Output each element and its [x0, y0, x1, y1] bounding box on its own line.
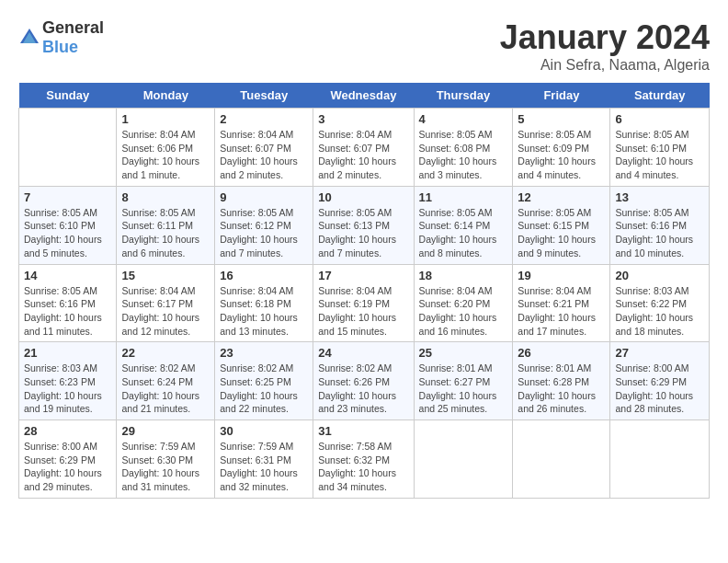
day-number: 19 [518, 269, 605, 282]
day-cell: 4Sunrise: 8:05 AM Sunset: 6:08 PM Daylig… [414, 109, 513, 187]
day-info: Sunrise: 8:05 AM Sunset: 6:16 PM Dayligh… [615, 206, 704, 260]
col-header-saturday: Saturday [610, 83, 710, 109]
day-number: 24 [318, 346, 408, 360]
day-number: 7 [24, 190, 111, 204]
day-cell: 28Sunrise: 8:00 AM Sunset: 6:29 PM Dayli… [19, 420, 117, 499]
week-row-2: 7Sunrise: 8:05 AM Sunset: 6:10 PM Daylig… [19, 186, 710, 264]
day-info: Sunrise: 7:59 AM Sunset: 6:31 PM Dayligh… [220, 440, 308, 494]
day-cell: 22Sunrise: 8:02 AM Sunset: 6:24 PM Dayli… [117, 342, 215, 420]
day-number: 30 [220, 424, 308, 438]
day-info: Sunrise: 8:05 AM Sunset: 6:15 PM Dayligh… [518, 206, 605, 260]
day-info: Sunrise: 8:04 AM Sunset: 6:20 PM Dayligh… [419, 284, 508, 339]
day-info: Sunrise: 8:03 AM Sunset: 6:22 PM Dayligh… [615, 284, 704, 339]
day-number: 28 [24, 424, 111, 438]
day-cell: 11Sunrise: 8:05 AM Sunset: 6:14 PM Dayli… [414, 186, 513, 264]
day-cell: 1Sunrise: 8:04 AM Sunset: 6:06 PM Daylig… [117, 109, 215, 187]
day-cell: 29Sunrise: 7:59 AM Sunset: 6:30 PM Dayli… [117, 420, 215, 499]
day-cell: 3Sunrise: 8:04 AM Sunset: 6:07 PM Daylig… [313, 109, 414, 187]
day-cell: 27Sunrise: 8:00 AM Sunset: 6:29 PM Dayli… [610, 342, 710, 420]
day-cell [610, 420, 710, 499]
day-info: Sunrise: 8:05 AM Sunset: 6:10 PM Dayligh… [24, 206, 111, 260]
day-number: 17 [318, 269, 408, 282]
day-number: 10 [318, 190, 408, 204]
day-cell: 5Sunrise: 8:05 AM Sunset: 6:09 PM Daylig… [513, 109, 610, 187]
calendar-title: January 2024 [500, 18, 710, 57]
day-info: Sunrise: 8:04 AM Sunset: 6:21 PM Dayligh… [518, 284, 605, 339]
day-info: Sunrise: 8:05 AM Sunset: 6:11 PM Dayligh… [121, 206, 210, 260]
day-number: 14 [24, 269, 111, 282]
day-cell: 17Sunrise: 8:04 AM Sunset: 6:19 PM Dayli… [313, 264, 414, 342]
day-info: Sunrise: 8:04 AM Sunset: 6:06 PM Dayligh… [121, 128, 210, 182]
day-info: Sunrise: 8:03 AM Sunset: 6:23 PM Dayligh… [24, 362, 111, 416]
day-cell: 12Sunrise: 8:05 AM Sunset: 6:15 PM Dayli… [513, 186, 610, 264]
week-row-4: 21Sunrise: 8:03 AM Sunset: 6:23 PM Dayli… [19, 342, 710, 420]
day-cell: 10Sunrise: 8:05 AM Sunset: 6:13 PM Dayli… [313, 186, 414, 264]
day-number: 27 [615, 346, 704, 360]
header: General Blue January 2024 Ain Sefra, Naa… [18, 18, 710, 74]
day-cell: 20Sunrise: 8:03 AM Sunset: 6:22 PM Dayli… [610, 264, 710, 342]
week-row-5: 28Sunrise: 8:00 AM Sunset: 6:29 PM Dayli… [19, 420, 710, 499]
day-number: 11 [419, 190, 508, 204]
day-info: Sunrise: 8:04 AM Sunset: 6:07 PM Dayligh… [318, 128, 408, 182]
day-number: 6 [615, 112, 704, 126]
day-cell: 6Sunrise: 8:05 AM Sunset: 6:10 PM Daylig… [610, 109, 710, 187]
day-number: 9 [220, 190, 308, 204]
day-number: 16 [220, 269, 308, 282]
day-cell: 19Sunrise: 8:04 AM Sunset: 6:21 PM Dayli… [513, 264, 610, 342]
day-cell: 9Sunrise: 8:05 AM Sunset: 6:12 PM Daylig… [215, 186, 313, 264]
day-info: Sunrise: 8:05 AM Sunset: 6:13 PM Dayligh… [318, 206, 408, 260]
day-number: 23 [220, 346, 308, 360]
day-cell: 14Sunrise: 8:05 AM Sunset: 6:16 PM Dayli… [19, 264, 117, 342]
day-number: 5 [518, 112, 605, 126]
day-info: Sunrise: 8:02 AM Sunset: 6:25 PM Dayligh… [220, 362, 308, 416]
day-number: 2 [220, 112, 308, 126]
day-number: 22 [121, 346, 210, 360]
day-cell: 7Sunrise: 8:05 AM Sunset: 6:10 PM Daylig… [19, 186, 117, 264]
day-info: Sunrise: 8:04 AM Sunset: 6:17 PM Dayligh… [121, 284, 210, 339]
day-cell: 31Sunrise: 7:58 AM Sunset: 6:32 PM Dayli… [313, 420, 414, 499]
week-row-3: 14Sunrise: 8:05 AM Sunset: 6:16 PM Dayli… [19, 264, 710, 342]
calendar-subtitle: Ain Sefra, Naama, Algeria [500, 57, 710, 74]
day-cell: 16Sunrise: 8:04 AM Sunset: 6:18 PM Dayli… [215, 264, 313, 342]
day-number: 8 [121, 190, 210, 204]
col-header-friday: Friday [513, 83, 610, 109]
day-number: 13 [615, 190, 704, 204]
day-cell: 23Sunrise: 8:02 AM Sunset: 6:25 PM Dayli… [215, 342, 313, 420]
day-info: Sunrise: 8:05 AM Sunset: 6:16 PM Dayligh… [24, 284, 111, 339]
day-info: Sunrise: 8:02 AM Sunset: 6:24 PM Dayligh… [121, 362, 210, 416]
day-info: Sunrise: 8:01 AM Sunset: 6:27 PM Dayligh… [419, 362, 508, 416]
day-cell: 2Sunrise: 8:04 AM Sunset: 6:07 PM Daylig… [215, 109, 313, 187]
day-info: Sunrise: 7:59 AM Sunset: 6:30 PM Dayligh… [121, 440, 210, 494]
week-row-1: 1Sunrise: 8:04 AM Sunset: 6:06 PM Daylig… [19, 109, 710, 187]
day-info: Sunrise: 8:05 AM Sunset: 6:09 PM Dayligh… [518, 128, 605, 182]
day-number: 3 [318, 112, 408, 126]
day-info: Sunrise: 8:05 AM Sunset: 6:12 PM Dayligh… [220, 206, 308, 260]
day-number: 29 [121, 424, 210, 438]
day-cell: 13Sunrise: 8:05 AM Sunset: 6:16 PM Dayli… [610, 186, 710, 264]
logo-text-general: General [42, 18, 104, 37]
day-cell: 24Sunrise: 8:02 AM Sunset: 6:26 PM Dayli… [313, 342, 414, 420]
day-info: Sunrise: 8:05 AM Sunset: 6:08 PM Dayligh… [419, 128, 508, 182]
day-number: 25 [419, 346, 508, 360]
day-info: Sunrise: 8:05 AM Sunset: 6:10 PM Dayligh… [615, 128, 704, 182]
day-number: 15 [121, 269, 210, 282]
day-info: Sunrise: 8:04 AM Sunset: 6:19 PM Dayligh… [318, 284, 408, 339]
col-header-wednesday: Wednesday [313, 83, 414, 109]
day-info: Sunrise: 8:00 AM Sunset: 6:29 PM Dayligh… [615, 362, 704, 416]
day-number: 1 [121, 112, 210, 126]
calendar-table: SundayMondayTuesdayWednesdayThursdayFrid… [18, 83, 710, 499]
day-cell: 30Sunrise: 7:59 AM Sunset: 6:31 PM Dayli… [215, 420, 313, 499]
day-number: 4 [419, 112, 508, 126]
day-number: 18 [419, 269, 508, 282]
day-number: 26 [518, 346, 605, 360]
day-info: Sunrise: 8:04 AM Sunset: 6:18 PM Dayligh… [220, 284, 308, 339]
day-cell: 21Sunrise: 8:03 AM Sunset: 6:23 PM Dayli… [19, 342, 117, 420]
day-info: Sunrise: 8:04 AM Sunset: 6:07 PM Dayligh… [220, 128, 308, 182]
day-cell [513, 420, 610, 499]
col-header-sunday: Sunday [19, 83, 117, 109]
col-header-monday: Monday [117, 83, 215, 109]
day-cell: 15Sunrise: 8:04 AM Sunset: 6:17 PM Dayli… [117, 264, 215, 342]
day-cell: 26Sunrise: 8:01 AM Sunset: 6:28 PM Dayli… [513, 342, 610, 420]
logo: General Blue [18, 18, 104, 57]
day-info: Sunrise: 8:01 AM Sunset: 6:28 PM Dayligh… [518, 362, 605, 416]
